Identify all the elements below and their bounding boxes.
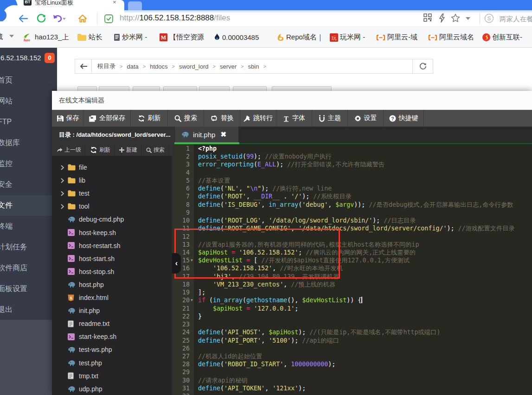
shield-check-icon[interactable] (104, 14, 113, 23)
sidebar-item-6[interactable]: 安全 (0, 174, 57, 195)
editor-toolbar-button[interactable]: T字体 (276, 110, 312, 127)
code-token: //api的端口 (302, 337, 339, 344)
tree-toolbar-button[interactable]: 刷新 (85, 144, 115, 156)
file-tab-init-php[interactable]: init.php ✖ (175, 127, 238, 142)
tree-row-file[interactable]: file (52, 161, 172, 174)
sidebar-item-10[interactable]: 软件商店 (0, 258, 57, 278)
tree-row-host.php[interactable]: host.php (52, 278, 172, 291)
tree-row-readme.txt[interactable]: readme.txt (52, 317, 172, 330)
tab-close-icon[interactable]: ✖ (220, 130, 226, 139)
tree-dir-label: 目录 : /data/htdocs/sword_lord/server... (52, 127, 174, 144)
caret-down-icon[interactable] (466, 17, 470, 20)
bookmark-item[interactable]: 站长 (77, 27, 103, 48)
code-token: . (280, 193, 291, 200)
code-line-8: define('IS_DEBUG', in_array('debug', $ar… (198, 201, 513, 209)
chevron-right-icon[interactable] (61, 191, 64, 196)
tree-item-label: test.php (79, 359, 102, 367)
fold-arrow-icon[interactable]: ▼ (190, 296, 194, 304)
breadcrumb-segment[interactable]: 根目录 (97, 62, 115, 70)
sidebar-item-12[interactable]: 退出 (0, 299, 57, 320)
tree-row-host-keep.sh[interactable]: host-keep.sh (52, 226, 172, 239)
sidebar-item-9[interactable]: 计划任务 (0, 237, 57, 257)
browser-tab[interactable]: BT 宝塔Linux面板 × (9, 0, 124, 10)
file-tab-label: init.php (193, 131, 215, 139)
chevron-right-icon[interactable] (61, 204, 64, 209)
editor-toolbar-button[interactable]: 全部保存 (84, 110, 131, 127)
sidebar-item-1[interactable]: 首页 (0, 70, 57, 90)
bookmark-item[interactable]: 0.00003485 (214, 27, 259, 48)
editor-toolbar-button[interactable]: 设置 (348, 110, 384, 127)
tree-row-host-stop.sh[interactable]: host-stop.sh (52, 265, 172, 278)
tree-row-udp.php[interactable]: udp.php (52, 382, 172, 395)
qr-icon[interactable] (423, 13, 432, 22)
code-token: 'API_TOKEN' (224, 385, 265, 392)
caret-down-icon[interactable] (9, 35, 14, 38)
bookmark-item[interactable]: M【悟空资源 (160, 27, 204, 48)
bookmark-item[interactable]: Repo域名｜ (277, 27, 324, 48)
tree-row-index.html[interactable]: 5index.html (52, 291, 172, 304)
sidebar-item-7[interactable]: 文件 (0, 195, 57, 216)
editor-toolbar-button[interactable]: ?快捷键 (384, 110, 424, 127)
sidebar-item-3[interactable]: FTP (0, 112, 57, 132)
tab-close-icon[interactable]: × (113, 0, 116, 6)
address-bar[interactable]: http://106.52.158.152:8888/files (120, 13, 230, 23)
s-circle-icon[interactable]: S (484, 13, 494, 23)
back-icon[interactable] (18, 13, 28, 24)
editor-toolbar-button[interactable]: 保存 (52, 110, 84, 127)
bookmark-item[interactable]: 阿里云-域 (376, 27, 417, 48)
tree-row-lib[interactable]: lib (52, 174, 172, 187)
code-line-1: <?php (198, 145, 217, 153)
breadcrumb-segment[interactable]: server (220, 63, 237, 70)
new-tab-button[interactable] (128, 1, 142, 10)
editor-toolbar-button[interactable]: 主题 (312, 110, 348, 127)
tree-collapse-handle[interactable]: ‹ (172, 253, 181, 274)
tree-toolbar-button[interactable]: 上一级 (52, 144, 85, 156)
editor-toolbar-button[interactable]: 替换 (204, 110, 240, 127)
home-icon[interactable] (77, 13, 88, 24)
sidebar-item-8[interactable]: 终端 (0, 216, 57, 236)
tree-row-test.php[interactable]: test.php (52, 357, 172, 370)
sidebar-item-5[interactable]: 监控 (0, 153, 57, 174)
breadcrumb-segment[interactable]: data (127, 63, 138, 70)
sidebar-item-2[interactable]: 网站 (0, 91, 57, 111)
tree-row-host-start.sh[interactable]: host-start.sh (52, 252, 172, 265)
sidebar-item-11[interactable]: 面板设置 (0, 279, 57, 299)
tree-row-test-ws.php[interactable]: test-ws.php (52, 343, 172, 356)
breadcrumb[interactable]: 根目录>data>htdocs>sword_lord>server>sbin> (92, 59, 412, 73)
bookmark-item[interactable]: 炒米网 - (114, 27, 147, 48)
tree-row-tmp.txt[interactable]: tmp.txt (52, 370, 172, 382)
bookmark-overflow[interactable]: 藏 (0, 32, 3, 41)
editor-toolbar-button[interactable]: 跳转行 (240, 110, 276, 127)
bookmark-item[interactable]: haohao123_上 (23, 27, 69, 48)
tree-toolbar-button[interactable]: 搜索 (141, 144, 169, 156)
sh-icon (68, 229, 75, 236)
bookmark-item[interactable]: 创新互联- (482, 27, 522, 48)
tree-row-tool[interactable]: tool (52, 200, 172, 213)
tree-row-test[interactable]: test (52, 187, 172, 200)
editor-toolbar-button[interactable]: 刷新 (131, 110, 168, 127)
undo-icon[interactable] (52, 13, 66, 24)
code-token: define (198, 329, 220, 336)
breadcrumb-segment[interactable]: sbin (248, 63, 259, 70)
breadcrumb-segment[interactable]: htdocs (150, 63, 167, 70)
chevron-right-icon[interactable] (61, 178, 64, 183)
refresh-icon[interactable] (36, 13, 46, 24)
account-text[interactable]: 两家人在餐 (500, 15, 532, 24)
sidebar-item-4[interactable]: 数据库 (0, 133, 57, 153)
refresh-button[interactable] (412, 59, 433, 73)
breadcrumb-segment[interactable]: sword_lord (179, 63, 209, 70)
tree-row-host-restart.sh[interactable]: host-restart.sh (52, 239, 172, 252)
tree-row-debug-cmd.php[interactable]: debug-cmd.php (52, 213, 172, 226)
tree-row-start-keep.sh[interactable]: start-keep.sh (52, 330, 172, 343)
lightning-icon[interactable] (438, 13, 446, 23)
editor-toolbar-button[interactable]: 搜索 (168, 110, 204, 127)
bookmark-item[interactable]: 阿里云域名 (428, 27, 474, 48)
back-button[interactable] (75, 59, 92, 73)
message-badge[interactable]: 0 (45, 53, 55, 63)
tree-toolbar-button[interactable]: 新建 (115, 144, 141, 156)
chevron-right-icon[interactable] (61, 165, 64, 170)
code-token: , (246, 193, 254, 200)
star-icon[interactable] (451, 13, 460, 23)
tree-row-init.php[interactable]: init.php (52, 304, 172, 317)
bookmark-item[interactable]: 玩玩米网 - (330, 27, 365, 48)
